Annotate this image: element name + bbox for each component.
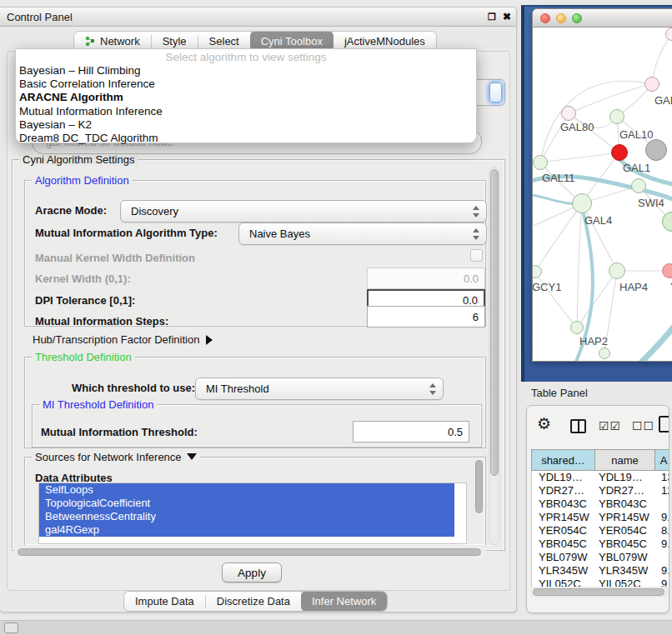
mi-threshold-definition-group: MI Threshold Definition Mutual Informati… <box>32 404 482 448</box>
column-header-name[interactable]: name <box>594 449 654 471</box>
manual-kernel-label: Manual Kernel Width Definition <box>35 252 195 264</box>
data-attribute-item[interactable]: TopologicalCoefficient <box>39 497 454 510</box>
node-label-gal: GAL <box>654 94 672 107</box>
table-row[interactable]: YBR043C YBR043C <box>532 498 669 511</box>
hub-definition-label: Hub/Transcription Factor Definition <box>33 333 199 346</box>
table-row[interactable]: YPR145W YPR145W 9. <box>532 511 669 524</box>
columns-icon[interactable] <box>570 419 586 433</box>
table-panel-title: Table Panel <box>531 387 588 399</box>
column-header-clipped[interactable]: A <box>654 449 669 471</box>
expanded-arrow-icon[interactable] <box>187 453 197 460</box>
node-salmon[interactable] <box>662 263 672 278</box>
algorithm-list-item[interactable]: Bayesian – Hill Climbing <box>16 64 476 78</box>
algorithm-list: Bayesian – Hill ClimbingBasic Correlatio… <box>16 64 476 145</box>
collapsed-arrow-icon[interactable] <box>206 335 213 345</box>
gear-icon[interactable]: ⚙ <box>537 414 551 432</box>
close-traffic-light[interactable] <box>540 13 550 23</box>
node-gal80[interactable] <box>561 106 576 121</box>
scrollbar-thumb[interactable] <box>475 460 483 513</box>
node-hap4[interactable] <box>609 262 625 279</box>
minimized-panel-icon[interactable] <box>4 622 18 633</box>
manual-kernel-checkbox[interactable] <box>470 249 483 262</box>
table-row[interactable]: YBL079W YBL079W <box>532 551 669 564</box>
data-attribute-item[interactable]: gal4RGexp <box>39 523 454 537</box>
algorithm-placeholder: Select algorithm to view settings <box>16 51 476 64</box>
tab-infer-network[interactable]: Infer Network <box>301 591 387 612</box>
network-window: GALGAL80GAL10GAL1GAL11SWI4GAL4GCY1HAP4YH… <box>532 8 672 362</box>
node-gal-pink[interactable] <box>644 77 659 92</box>
mi-steps-label: Mutual Information Steps: <box>35 315 168 328</box>
minimize-traffic-light[interactable] <box>556 13 566 23</box>
aracne-mode-value: Discovery <box>131 205 178 218</box>
bottom-strip <box>0 620 672 635</box>
node-label-gal80: GAL80 <box>560 121 594 133</box>
table-row[interactable]: YDL19… YDL19… 13 <box>532 471 669 484</box>
node-label-gcy1: GCY1 <box>533 281 561 293</box>
node-label-hap2: HAP2 <box>579 335 608 348</box>
scrollbar-thumb[interactable] <box>490 169 499 476</box>
page-icon[interactable] <box>659 416 669 432</box>
control-panel-window: Control Panel ❐ ✖ Network Style Select C… <box>0 7 517 612</box>
table-body[interactable]: YDL19… YDL19… 13 YDR27… YDR27… 12 YBR043… <box>531 471 669 587</box>
settings-vertical-scrollbar[interactable] <box>489 167 500 545</box>
node-swi4[interactable] <box>631 178 646 193</box>
table-row[interactable]: YDR27… YDR27… 12 <box>532 484 669 498</box>
tab-impute-data[interactable]: Impute Data <box>124 591 205 612</box>
which-threshold-value: MI Threshold <box>206 382 269 395</box>
aracne-mode-combo[interactable]: Discovery <box>120 200 487 222</box>
settings-horizontal-scrollbar[interactable] <box>14 547 486 558</box>
network-window-titlebar[interactable] <box>533 9 672 28</box>
table-row[interactable]: YLR345W YLR345W 9. <box>532 564 669 578</box>
cell-shared-name: YPR145W <box>539 511 589 524</box>
which-threshold-combo[interactable]: MI Threshold <box>195 378 444 400</box>
cell-name: YBR043C <box>599 498 647 511</box>
node-hap2[interactable] <box>570 321 584 334</box>
node-gray[interactable] <box>645 139 667 161</box>
zoom-traffic-light[interactable] <box>572 13 582 23</box>
table-horizontal-scrollbar[interactable] <box>531 587 669 598</box>
node-gal10[interactable] <box>609 109 624 124</box>
node-gal1[interactable] <box>611 144 628 161</box>
node-label-gal10: GAL10 <box>619 128 653 141</box>
aracne-mode-label: Aracne Mode: <box>35 204 107 217</box>
algorithm-list-item[interactable]: Mutual Information Inference <box>16 105 476 118</box>
network-view-panel: GALGAL80GAL10GAL1GAL11SWI4GAL4GCY1HAP4YH… <box>521 5 672 382</box>
table-row[interactable]: YER054C YER054C 8. <box>532 524 669 538</box>
float-window-icon[interactable]: ❐ <box>485 8 499 27</box>
node-bottom[interactable] <box>599 348 610 359</box>
algorithm-list-item[interactable]: Dream8 DC_TDC Algorithm <box>16 132 476 145</box>
close-window-icon[interactable]: ✖ <box>500 8 514 27</box>
data-attributes-list[interactable]: SelfLoopsTopologicalCoefficientBetweenne… <box>38 482 467 544</box>
mi-type-combo[interactable]: Naive Bayes <box>238 222 487 245</box>
deselect-all-checkboxes-icon[interactable]: ☐☐ <box>632 419 654 432</box>
mi-steps-field[interactable]: 6 <box>367 306 485 328</box>
combo-focus-button[interactable] <box>489 82 502 102</box>
node-label-gal1: GAL1 <box>623 162 650 174</box>
mutual-information-threshold-field[interactable]: 0.5 <box>353 421 469 442</box>
table-row[interactable]: YBR045C YBR045C 9. <box>532 538 669 551</box>
scrollbar-thumb[interactable] <box>533 588 664 596</box>
algorithm-list-item[interactable]: Bayesian – K2 <box>16 118 476 132</box>
node-gal4[interactable] <box>572 193 592 213</box>
table-row[interactable]: YIL052C YIL052C 9 <box>532 578 669 587</box>
algorithm-list-item[interactable]: Basic Correlation Inference <box>16 78 476 91</box>
scrollbar-thumb[interactable] <box>18 548 481 556</box>
select-all-checkboxes-icon[interactable]: ☑☑ <box>599 419 621 432</box>
node-gal11[interactable] <box>533 155 548 170</box>
table-panel-window: ⚙ ☑☑ ☐☐ shared… name A YDL19… YDL19… 13 … <box>526 405 669 613</box>
network-canvas[interactable]: GALGAL80GAL10GAL1GAL11SWI4GAL4GCY1HAP4YH… <box>533 28 672 362</box>
cell-shared-name: YIL052C <box>539 578 581 587</box>
column-header-shared[interactable]: shared… <box>531 449 594 471</box>
data-attribute-item[interactable]: SelfLoops <box>39 483 454 497</box>
algorithm-list-item[interactable]: ARACNE Algorithm <box>16 91 476 104</box>
cell-shared-name: YBL079W <box>539 551 588 564</box>
kernel-width-field[interactable]: 0.0 <box>367 268 485 289</box>
data-attribute-item[interactable]: BetweennessCentrality <box>39 510 454 523</box>
sources-group: Sources for Network Inference Data Attri… <box>24 457 486 545</box>
apply-button[interactable]: Apply <box>222 562 282 582</box>
node-label-swi4: SWI4 <box>638 197 664 209</box>
hub-definition-disclosure[interactable]: Hub/Transcription Factor Definition <box>33 333 213 346</box>
cell-value: 9. <box>661 538 669 551</box>
attributes-scrollbar[interactable] <box>474 459 484 516</box>
tab-discretize-data[interactable]: Discretize Data <box>206 591 301 612</box>
